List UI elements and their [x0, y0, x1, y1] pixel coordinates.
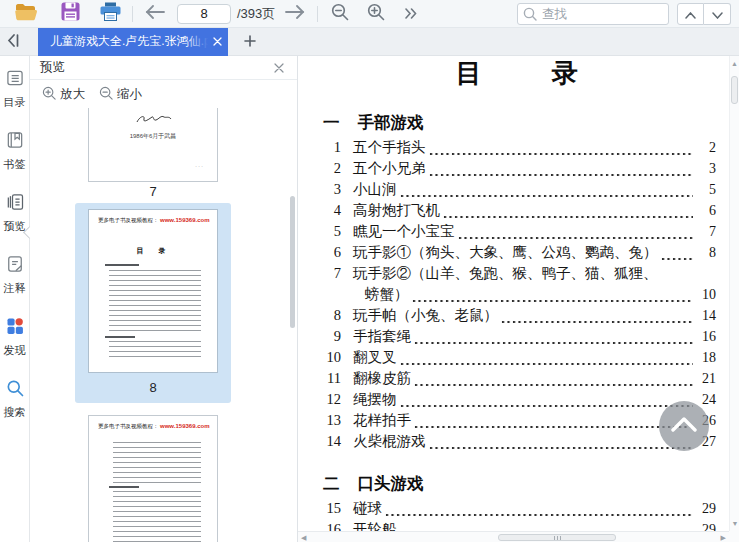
toc-entry-number: 15: [323, 499, 353, 518]
main-toolbar: /393页: [0, 0, 739, 28]
tab-close-icon[interactable]: [211, 36, 223, 48]
toc-entry-number: 10: [323, 348, 353, 367]
document-view[interactable]: 目 录 一手部游戏1五个手指头22五个小兄弟33小山涧54高射炮打飞机65瞧见一…: [298, 56, 729, 531]
thumbnail-zoom-out-button[interactable]: 缩小: [99, 86, 142, 103]
zoom-in-button[interactable]: [364, 2, 388, 26]
thumbnail-zoom-in-label: 放大: [60, 86, 85, 103]
sidebar-item-search[interactable]: 搜索: [3, 378, 27, 418]
toc-dot-leader: [412, 298, 694, 304]
toc-entry-page: 29: [696, 520, 716, 531]
toc-entry-number: 9: [323, 327, 353, 346]
new-tab-button[interactable]: [236, 28, 264, 56]
pdf-page: 目 录 一手部游戏1五个手指头22五个小兄弟33小山涧54高射炮打飞机65瞧见一…: [298, 56, 729, 531]
document-tab[interactable]: 儿童游戏大全.卢先宝.张鸿仙.pd: [38, 28, 228, 56]
scrollbar-corner: [729, 531, 739, 542]
navigation-sidebar: 目录 书签 预览 注释 发现: [0, 56, 30, 542]
discover-grid-icon: [5, 316, 25, 340]
next-page-button[interactable]: [283, 2, 307, 26]
toc-section-heading: 二口头游戏: [323, 473, 716, 495]
toc-entry-title: 玩手影②（山羊、兔跑、猴、鸭子、猫、狐狸、: [353, 264, 658, 283]
tab-bar: 儿童游戏大全.卢先宝.张鸿仙.pd: [0, 28, 739, 56]
thumbnail-page-9[interactable]: 更多电子书及视频教程： www.159369.com: [88, 415, 218, 542]
toc-entry: 16开轮船29: [323, 518, 716, 531]
toc-entry-page: 6: [696, 201, 716, 220]
signature-scribble: [131, 113, 175, 130]
toc-entry-title: 绳摆物: [353, 390, 397, 409]
mini-section-line: [105, 264, 139, 266]
toc-entry-number: 2: [323, 159, 353, 178]
scroll-grip: [554, 536, 555, 540]
toc-entry-title: 开轮船: [353, 520, 397, 531]
thumbnail-footer-mark: · · ·: [89, 163, 203, 169]
preview-panel-header: 预览: [30, 56, 297, 80]
bookmark-icon: [5, 130, 25, 154]
save-floppy-icon: [61, 2, 80, 25]
preview-close-icon[interactable]: [271, 60, 287, 76]
search-icon: [5, 378, 25, 402]
scroll-down-arrow[interactable]: ▼: [730, 520, 739, 527]
mini-header-url: www.159369.com: [160, 423, 209, 429]
thumbnail-page-8[interactable]: 更多电子书及视频教程： www.159369.com 目 录: [88, 209, 218, 373]
save-button[interactable]: [58, 2, 82, 26]
vertical-scroll-thumb[interactable]: [731, 76, 738, 104]
sidebar-item-discover[interactable]: 发现: [3, 316, 27, 356]
toc-section-number: 一: [323, 112, 340, 134]
horizontal-scroll-thumb[interactable]: [498, 534, 616, 541]
find-bar: [517, 3, 731, 25]
sidebar-item-toc[interactable]: 目录: [3, 68, 27, 108]
toc-list: 一手部游戏1五个手指头22五个小兄弟33小山涧54高射炮打飞机65瞧见一个小宝宝…: [323, 112, 716, 531]
thumbnail-red-header: 更多电子书及视频教程： www.159369.com: [89, 416, 217, 430]
thumbnail-zoom-in-button[interactable]: 放大: [42, 86, 85, 103]
sidebar-item-label: 注释: [3, 282, 27, 294]
find-nav-buttons: [677, 3, 731, 25]
toc-entry: 3小山涧5: [323, 178, 716, 199]
mini-header-prefix: 更多电子书及视频教程：: [98, 217, 159, 223]
zoom-out-button[interactable]: [328, 2, 352, 26]
tab-scroll-left-button[interactable]: [0, 28, 26, 56]
toc-entry-title: 手指套绳: [353, 327, 411, 346]
thumbnail-red-header: 更多电子书及视频教程： www.159369.com: [89, 210, 217, 224]
thumbnail-page-label: 8: [88, 380, 218, 395]
toc-entry-number: 5: [323, 222, 353, 241]
page-number-input[interactable]: [177, 4, 231, 24]
vertical-scrollbar[interactable]: ▲ ▼: [729, 56, 739, 531]
folder-open-icon: [15, 3, 37, 25]
printer-icon: [100, 2, 121, 25]
thumbnail-list-scrollbar[interactable]: [290, 196, 295, 328]
sidebar-item-preview[interactable]: 预览: [3, 192, 27, 232]
open-file-button[interactable]: [14, 2, 38, 26]
sidebar-item-annotations[interactable]: 注释: [3, 254, 27, 294]
scroll-left-arrow[interactable]: ◀: [301, 534, 306, 541]
print-button[interactable]: [98, 2, 122, 26]
toc-entry: 12绳摆物24: [323, 388, 716, 409]
toc-entry-page: 16: [696, 327, 716, 346]
toc-dot-leader: [414, 382, 693, 388]
thumbnail-page-label: 7: [88, 184, 218, 199]
toc-entry-continuation: 螃蟹）10: [323, 283, 716, 304]
more-tools-button[interactable]: [398, 2, 422, 26]
toc-dot-leader: [400, 403, 694, 409]
mini-header-prefix: 更多电子书及视频教程：: [98, 423, 159, 429]
scroll-up-arrow[interactable]: ▲: [730, 60, 739, 67]
sidebar-item-bookmarks[interactable]: 书签: [3, 130, 27, 170]
mini-toc-lines: [113, 442, 201, 484]
toc-entry-title: 翻橡皮筋: [353, 369, 411, 388]
chevron-down-icon: [712, 5, 723, 23]
previous-page-button[interactable]: [143, 2, 167, 26]
thumbnail-page-7[interactable]: 1986年6月于武昌 · · ·: [88, 108, 218, 182]
toc-dot-leader: [400, 193, 694, 199]
find-previous-button[interactable]: [677, 3, 704, 25]
toc-entry: 13花样拍手26: [323, 409, 716, 430]
scroll-right-arrow[interactable]: ▶: [721, 534, 726, 541]
search-input[interactable]: [517, 3, 669, 25]
toc-entry: 6玩手影①（狗头、大象、鹰、公鸡、鹦鹉、兔）8: [323, 241, 716, 262]
back-to-top-button[interactable]: [659, 401, 709, 451]
find-next-button[interactable]: [704, 3, 731, 25]
horizontal-scrollbar[interactable]: ◀ ▶: [298, 531, 729, 542]
toc-entry: 1五个手指头2: [323, 136, 716, 157]
toc-entry-title: 小山涧: [353, 180, 397, 199]
toc-entry-number: 4: [323, 201, 353, 220]
toc-entry-number: 11: [323, 369, 353, 388]
scroll-grip: [560, 536, 561, 540]
toc-entry-title: 翻叉叉: [353, 348, 397, 367]
